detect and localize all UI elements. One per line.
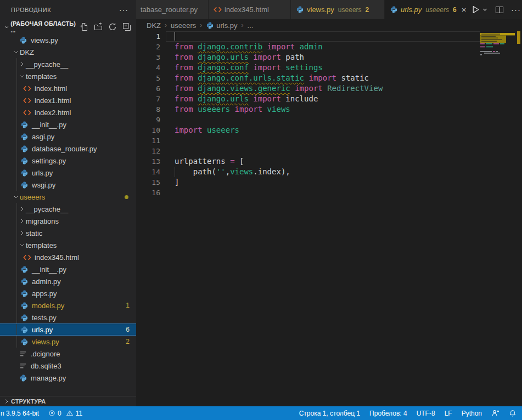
eol-item[interactable]: LF [445, 410, 452, 417]
tree-item-index2-html[interactable]: index2.html [0, 106, 136, 118]
run-button[interactable] [471, 5, 488, 14]
tree-item-migrations[interactable]: migrations [0, 215, 136, 227]
more-actions-icon[interactable]: ··· [511, 5, 521, 14]
outline-section-header[interactable]: СТРУКТУРА [0, 396, 136, 406]
tree-item-label: templates [26, 241, 57, 249]
modified-dot-badge [125, 195, 128, 199]
tree-item-settings-py[interactable]: settings.py [0, 155, 136, 167]
python-file-icon [20, 325, 29, 334]
tree-item-label: index345.html [35, 253, 79, 262]
tree-item-urls-py[interactable]: urls.py [0, 167, 136, 179]
minimap[interactable] [480, 31, 517, 103]
language-mode-item[interactable]: Python [462, 410, 482, 417]
indent-guide [16, 155, 17, 167]
cursor-position-item[interactable]: Строка 1, столбец 1 [299, 410, 360, 417]
code-line-5[interactable]: 5from django.conf.urls.static import sta… [136, 73, 480, 83]
tree-item-database-roouter-py[interactable]: database_roouter.py [0, 143, 136, 155]
tab-index345-html[interactable]: index345.html [209, 0, 290, 19]
tree-item-wsgi-py[interactable]: wsgi.py [0, 179, 136, 191]
refresh-icon[interactable] [108, 22, 117, 32]
tab-urls-py[interactable]: urls.pyuseeers6× [385, 0, 470, 19]
tree-item-pycache[interactable]: __pycache__ [0, 203, 136, 215]
tree-item-index345-html[interactable]: index345.html [0, 251, 136, 263]
tree-item-models-py[interactable]: models.py1 [0, 299, 136, 311]
tree-item-init-py[interactable]: __init__.py [0, 263, 136, 275]
tree-item-static[interactable]: static [0, 227, 136, 239]
tree-item-db-sqlite3[interactable]: db.sqlite3 [0, 360, 136, 372]
indent-guide [16, 58, 17, 70]
editor-actions: ··· [471, 0, 522, 19]
code-line-7[interactable]: 7from django.urls import include [136, 94, 480, 104]
tab-views-py[interactable]: views.pyuseeers2 [291, 0, 384, 19]
python-file-icon [20, 277, 29, 286]
line-number: 4 [136, 63, 160, 73]
tree-item-pycache[interactable]: __pycache__ [0, 58, 136, 70]
code-line-8[interactable]: 8from useeers import views [136, 104, 480, 115]
breadcrumb-item-dkz[interactable]: DKZ [147, 21, 161, 30]
close-icon[interactable]: × [462, 5, 467, 14]
line-number: 10 [136, 125, 160, 135]
tree-item-templates[interactable]: templates [0, 239, 136, 251]
python-interpreter-item[interactable]: n 3.9.5 64-bit [1, 410, 39, 417]
tree-item-init-py[interactable]: __init__.py [0, 118, 136, 130]
line-number: 8 [136, 104, 160, 115]
tree-item-index-html[interactable]: index.html [0, 82, 136, 94]
error-icon [48, 410, 55, 417]
tab-tabase-roouter-py[interactable]: tabase_roouter.py [136, 0, 208, 19]
breadcrumb-item-[interactable]: ... [248, 21, 254, 30]
code-line-6[interactable]: 6from django.views.generic import Redire… [136, 83, 480, 94]
python-file-icon [20, 132, 29, 141]
encoding-item[interactable]: UTF-8 [417, 410, 435, 417]
tree-item-templates[interactable]: templates [0, 70, 136, 82]
indent-guide [16, 106, 17, 118]
tree-item-views-py[interactable]: views.py2 [0, 336, 136, 348]
code-line-2[interactable]: 2from django.contrib import admin [136, 42, 480, 52]
new-folder-icon[interactable] [93, 22, 103, 32]
chevron-down-icon [2, 24, 10, 30]
tree-item-admin-py[interactable]: admin.py [0, 275, 136, 287]
tree-item-label: index.html [35, 84, 67, 93]
tabs: tabase_roouter.pyindex345.htmlviews.pyus… [136, 0, 471, 19]
new-file-icon[interactable] [79, 22, 89, 32]
tree-item-index1-html[interactable]: index1.html [0, 94, 136, 106]
tree-item-views-py[interactable]: views.py [0, 34, 136, 46]
breadcrumb-item-urls-py[interactable]: urls.py [206, 21, 237, 30]
workspace-section-header[interactable]: (РАБОЧАЯ ОБЛАСТЬ) ... [0, 21, 136, 33]
code-line-9[interactable]: 9 [136, 115, 480, 125]
line-number: 7 [136, 94, 160, 104]
indentation-item[interactable]: Пробелов: 4 [369, 410, 407, 417]
breadcrumb-item-useeers[interactable]: useeers [171, 21, 196, 30]
notifications-bell-icon[interactable] [509, 410, 517, 417]
tree-item-urls-py[interactable]: urls.py6 [0, 323, 136, 336]
tree-item-asgi-py[interactable]: asgi.py [0, 130, 136, 143]
tree-item-useeers[interactable]: useeers [0, 191, 136, 203]
tree-item-dcignore[interactable]: .dcignore [0, 348, 136, 360]
code-line-1[interactable]: 1 [136, 31, 480, 42]
tree-item-manage-py[interactable]: manage.py [0, 372, 136, 384]
code-line-16[interactable]: 16 [136, 188, 480, 198]
tree-item-tests-py[interactable]: tests.py [0, 311, 136, 323]
line-number: 12 [136, 146, 160, 156]
code-line-15[interactable]: 15] [136, 177, 480, 188]
code-line-3[interactable]: 3from django.urls import path [136, 52, 480, 63]
html-file-icon [213, 5, 222, 14]
code-line-11[interactable]: 11 [136, 135, 480, 146]
explorer-more-icon[interactable]: ··· [119, 5, 128, 14]
collapse-all-icon[interactable] [122, 22, 132, 32]
split-editor-icon[interactable] [495, 5, 504, 14]
code-line-13[interactable]: 13urlpatterns = [ [136, 156, 480, 167]
tree-item-label: admin.py [32, 277, 61, 286]
problems-item[interactable]: 0 11 [48, 410, 82, 417]
python-file-icon [20, 120, 29, 129]
code-line-10[interactable]: 10import useeers [136, 125, 480, 135]
code-text: urlpatterns = [ [175, 156, 244, 167]
outline-section-label: СТРУКТУРА [11, 398, 46, 405]
feedback-icon[interactable] [491, 409, 499, 417]
code-editor[interactable]: 12from django.contrib import admin3from … [136, 31, 522, 406]
tree-item-apps-py[interactable]: apps.py [0, 287, 136, 299]
tab-description: useeers [338, 6, 362, 14]
code-line-4[interactable]: 4from django.conf import settings [136, 63, 480, 73]
code-line-14[interactable]: 14 path('',views.index), [136, 167, 480, 177]
code-line-12[interactable]: 12 [136, 146, 480, 156]
tree-item-dkz[interactable]: DKZ [0, 46, 136, 58]
